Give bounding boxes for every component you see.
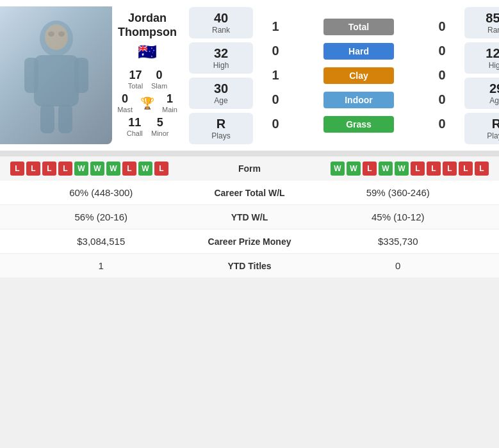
surface-section: 1 Total 0 0 Hard 0 1 Clay 0 0 Indoor 0 0 — [259, 6, 458, 144]
stats-center-label: Career Total W/L — [192, 188, 307, 198]
stats-right-value: 59% (360-246) — [307, 187, 489, 198]
left-player-name: Jordan Thompson — [118, 12, 177, 39]
form-label: Form — [238, 163, 261, 174]
stats-right-value: 0 — [307, 260, 489, 271]
form-badge-left: L — [26, 162, 40, 176]
section-divider — [0, 151, 499, 156]
svg-point-6 — [45, 24, 68, 50]
left-player-info: Jordan Thompson 🇦🇺 17 Total 0 Slam 0 Mas… — [112, 6, 183, 144]
form-badge-left: W — [90, 162, 104, 176]
left-trophy-icon: 🏆 — [140, 96, 154, 110]
svg-rect-1 — [34, 55, 79, 106]
form-section: LLLLWWWLWL Form WWLWWLLLLL — [0, 156, 499, 181]
stats-left-value: 56% (20-16) — [10, 212, 192, 222]
form-badge-left: W — [74, 162, 88, 176]
left-bottom-stats: 11 Chall 5 Minor — [126, 116, 168, 137]
left-total: 17 Total — [127, 69, 143, 90]
top-section: Jordan Thompson 🇦🇺 17 Total 0 Slam 0 Mas… — [0, 0, 499, 151]
form-badge-left: L — [58, 162, 72, 176]
stats-left-value: 1 — [10, 260, 192, 271]
right-rank-box: 852 Rank — [464, 7, 499, 38]
surface-hard-row: 0 Hard 0 — [266, 39, 452, 63]
surface-total-badge: Total — [323, 19, 394, 35]
form-badge-right: L — [459, 162, 473, 176]
stats-right-value: $335,730 — [307, 236, 489, 247]
surface-clay-badge: Clay — [323, 67, 394, 84]
left-form-badges: LLLLWWWLWL — [10, 162, 168, 176]
right-form-badges: WWLWWLLLLL — [331, 162, 489, 176]
form-badge-left: L — [10, 162, 24, 176]
form-badge-left: L — [42, 162, 56, 176]
left-main: 1 Main — [162, 92, 177, 113]
stats-left-value: 60% (448-300) — [10, 187, 192, 198]
left-stats-grid: 17 Total 0 Slam — [127, 69, 167, 90]
form-badge-right: W — [395, 162, 409, 176]
stats-row: $3,084,515 Career Prize Money $335,730 — [0, 229, 499, 254]
form-badge-right: L — [443, 162, 457, 176]
svg-rect-2 — [24, 58, 38, 93]
svg-rect-3 — [74, 58, 88, 93]
center-plays-box: R Plays — [189, 113, 253, 144]
svg-rect-4 — [40, 104, 54, 133]
stats-left-value: $3,084,515 — [10, 236, 192, 247]
surface-hard-badge: Hard — [323, 43, 394, 60]
career-stats-section: 60% (448-300) Career Total W/L 59% (360-… — [0, 181, 499, 278]
form-badge-right: L — [363, 162, 377, 176]
center-age-box: 30 Age — [189, 78, 253, 109]
stats-row: 1 YTD Titles 0 — [0, 254, 499, 278]
center-high-box: 32 High — [189, 42, 253, 74]
left-player-photo — [0, 6, 112, 144]
right-plays-box: R Plays — [464, 113, 499, 144]
form-badge-right: W — [379, 162, 393, 176]
form-badge-left: L — [122, 162, 136, 176]
stats-center-label: Career Prize Money — [192, 236, 307, 247]
stats-center-label: YTD W/L — [192, 212, 307, 222]
left-slam: 0 Slam — [151, 69, 167, 90]
surface-total-row: 1 Total 0 — [266, 15, 452, 39]
center-panel: 40 Rank 32 High 30 Age R Plays — [183, 6, 259, 144]
form-badge-right: L — [411, 162, 425, 176]
svg-point-8 — [58, 31, 65, 37]
main-container: Jordan Thompson 🇦🇺 17 Total 0 Slam 0 Mas… — [0, 0, 499, 278]
surface-indoor-row: 0 Indoor 0 — [266, 88, 452, 112]
right-high-box: 125 High — [464, 42, 499, 74]
form-badge-right: W — [331, 162, 345, 176]
left-chall: 11 Chall — [126, 116, 143, 137]
surface-indoor-badge: Indoor — [323, 92, 394, 108]
svg-point-7 — [48, 31, 54, 37]
left-trophy-row: 0 Mast 🏆 1 Main — [117, 92, 177, 113]
form-badge-right: L — [427, 162, 441, 176]
surface-grass-badge: Grass — [323, 116, 394, 133]
form-badge-left: W — [106, 162, 120, 176]
form-badge-right: L — [475, 162, 489, 176]
left-mast: 0 Mast — [117, 92, 133, 113]
surface-grass-row: 0 Grass 0 — [266, 112, 452, 137]
right-age-box: 29 Age — [464, 78, 499, 109]
right-center-panel: 852 Rank 125 High 29 Age R Plays — [458, 6, 499, 144]
left-player-flag: 🇦🇺 — [138, 43, 157, 61]
stats-row: 56% (20-16) YTD W/L 45% (10-12) — [0, 205, 499, 229]
form-badge-left: W — [138, 162, 152, 176]
svg-rect-5 — [58, 104, 72, 133]
stats-right-value: 45% (10-12) — [307, 212, 489, 222]
surface-clay-row: 1 Clay 0 — [266, 63, 452, 88]
stats-center-label: YTD Titles — [192, 261, 307, 271]
left-minor: 5 Minor — [151, 116, 169, 137]
form-badge-right: W — [347, 162, 361, 176]
center-rank-box: 40 Rank — [189, 7, 253, 38]
form-badge-left: L — [154, 162, 168, 176]
stats-row: 60% (448-300) Career Total W/L 59% (360-… — [0, 181, 499, 205]
